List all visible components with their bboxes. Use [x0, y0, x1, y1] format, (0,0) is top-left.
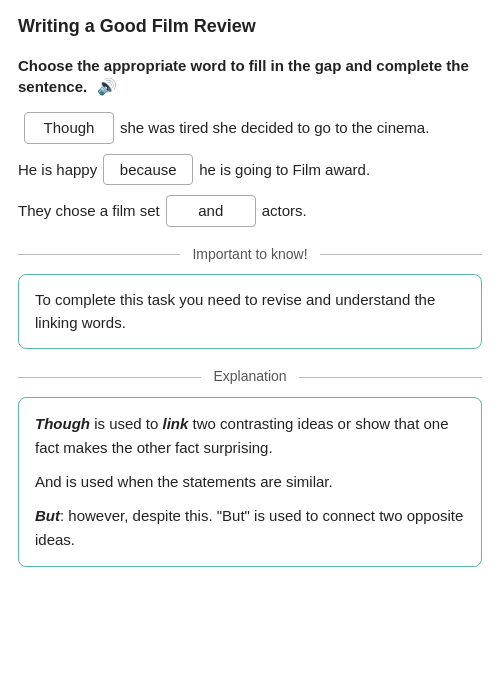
sentence-3-before: They chose a film set: [18, 198, 160, 224]
info-box: To complete this task you need to revise…: [18, 274, 482, 349]
explanation-p2: And is used when the statements are simi…: [35, 470, 465, 494]
gap-box-3[interactable]: and: [166, 195, 256, 227]
divider-line-right: [320, 254, 482, 255]
explanation-label: Explanation: [201, 367, 298, 387]
info-box-text: To complete this task you need to revise…: [35, 291, 435, 331]
explanation-p1: Though is used to link two contrasting i…: [35, 412, 465, 460]
sentence-3-after: actors.: [262, 198, 307, 224]
explanation-divider-line-left: [18, 377, 201, 378]
explanation-divider-line-right: [299, 377, 482, 378]
instruction-text: Choose the appropriate word to fill in t…: [18, 55, 482, 98]
explanation-p3: But: however, despite this. "But" is use…: [35, 504, 465, 552]
sentence-2-before: He is happy: [18, 157, 97, 183]
important-label: Important to know!: [180, 245, 319, 265]
gap-box-2[interactable]: because: [103, 154, 193, 186]
sentence-row-2: He is happy because he is going to Film …: [18, 154, 482, 186]
important-divider: Important to know!: [18, 245, 482, 265]
sentence-1-after: she was tired she decided to go to the c…: [120, 115, 429, 141]
explanation-box: Though is used to link two contrasting i…: [18, 397, 482, 567]
page-title: Writing a Good Film Review: [18, 16, 482, 37]
sentence-row-3: They chose a film set and actors.: [18, 195, 482, 227]
sentence-2-after: he is going to Film award.: [199, 157, 370, 183]
speaker-icon[interactable]: 🔊: [97, 76, 117, 98]
sentence-row-1: Though she was tired she decided to go t…: [18, 112, 482, 144]
gap-box-1[interactable]: Though: [24, 112, 114, 144]
explanation-divider: Explanation: [18, 367, 482, 387]
divider-line-left: [18, 254, 180, 255]
